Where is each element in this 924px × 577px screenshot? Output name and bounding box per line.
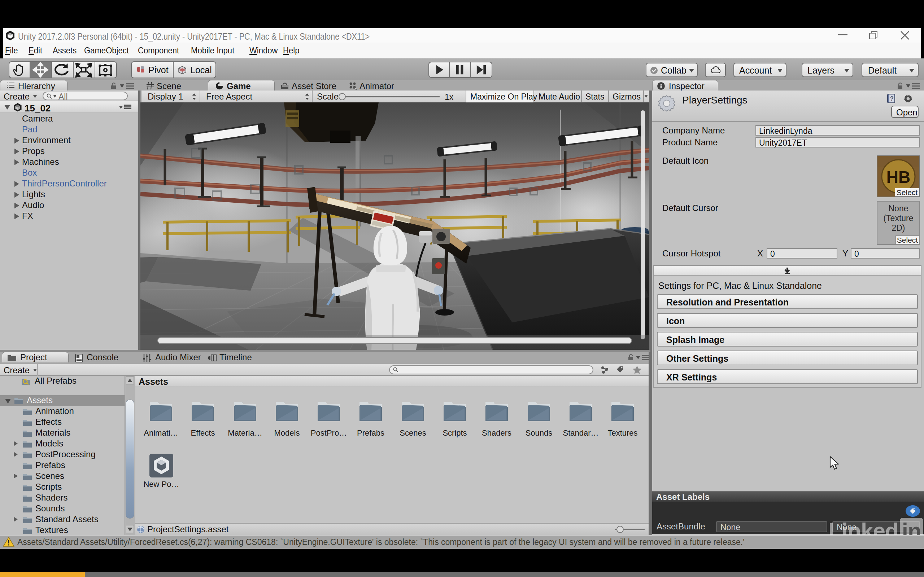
svg-text:?: ?	[890, 95, 894, 102]
svg-text:HB: HB	[887, 168, 910, 187]
